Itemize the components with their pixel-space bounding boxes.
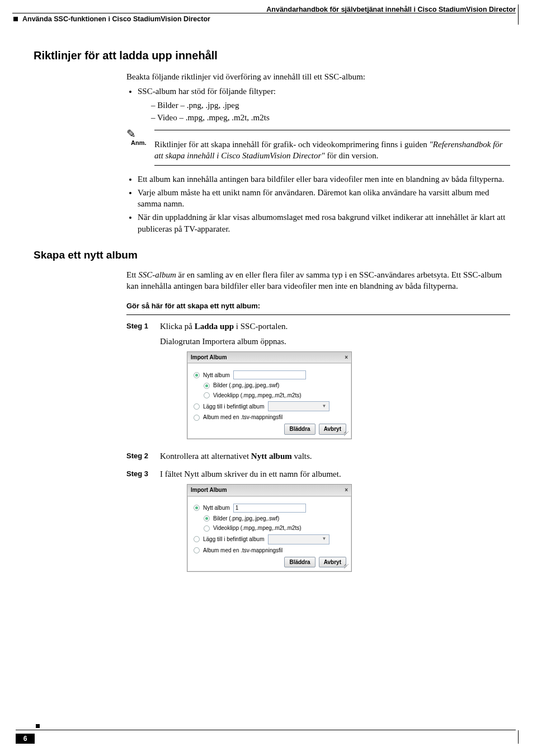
label-images: Bilder (.png,.jpg,.jpeg,.swf) [213, 382, 279, 389]
step-2-label: Steg 2 [126, 450, 160, 465]
dialog-title: Import Album [191, 354, 227, 361]
step-1-line2: Dialogrutan Importera album öppnas. [160, 336, 510, 347]
dialog-title: Import Album [191, 486, 227, 494]
footer-square-icon [36, 724, 40, 728]
album-description: Ett SSC-album är en samling av en eller … [126, 269, 510, 292]
step-3-label: Steg 3 [126, 468, 160, 580]
import-album-dialog-1: Import Album × Nytt album Bilder (.png,.… [187, 351, 352, 439]
radio-images[interactable] [204, 515, 210, 522]
existing-album-combo[interactable]: ▼ [268, 534, 329, 544]
radio-tsv[interactable] [194, 547, 200, 553]
label-existing: Lägg till i befintligt album [203, 403, 265, 411]
step-1-line1: Klicka på Ladda upp i SSC-portalen. [160, 321, 510, 332]
heading-create-album: Skapa ett nytt album [34, 249, 510, 261]
heading-guidelines: Riktlinjer för att ladda upp innehåll [34, 49, 510, 62]
label-new-album: Nytt album [203, 372, 230, 379]
radio-video[interactable] [204, 525, 210, 532]
step-3-text: I fältet Nytt album skriver du in ett na… [160, 468, 510, 480]
step-1: Steg 1 Klicka på Ladda upp i SSC-portale… [126, 321, 510, 447]
bullet-upload-ready: När din uppladdning är klar visas albumo… [138, 212, 510, 234]
chevron-down-icon: ▼ [322, 536, 327, 542]
radio-new-album[interactable] [194, 372, 200, 378]
browse-button[interactable]: Bläddra [284, 424, 315, 435]
note-text: Riktlinjer för att skapa innehåll för gr… [154, 139, 510, 162]
steps-rule [126, 314, 510, 315]
step-3: Steg 3 I fältet Nytt album skriver du in… [126, 468, 510, 580]
label-images: Bilder (.png,.jpg,.jpeg,.swf) [213, 515, 279, 523]
label-video: Videoklipp (.mpg,.mpeg,.m2t,.m2ts) [213, 524, 302, 532]
radio-video[interactable] [204, 392, 210, 398]
cancel-button[interactable]: Avbryt [319, 557, 346, 568]
bullet-filetypes: SSC-album har stöd för följande filtyper… [138, 86, 510, 123]
existing-album-combo[interactable]: ▼ [268, 401, 329, 411]
bullet-square-icon [13, 17, 18, 21]
section-path: Använda SSC-funktionen i Cisco StadiumVi… [22, 15, 210, 23]
subbullet-video: Video – .mpg, .mpeg, .m2t, .m2ts [151, 112, 510, 123]
chevron-down-icon: ▼ [322, 403, 327, 410]
page-number: 6 [16, 734, 35, 744]
label-new-album: Nytt album [203, 504, 230, 512]
import-album-dialog-2: Import Album × Nytt album 1 Bilder (.png… [187, 484, 352, 572]
new-album-input[interactable]: 1 [233, 504, 306, 513]
new-album-input[interactable] [233, 370, 306, 379]
pencil-icon: ✎ [126, 130, 154, 138]
label-tsv: Album med en .tsv-mappningsfil [203, 414, 282, 421]
step-2: Steg 2 Kontrollera att alternativet Nytt… [126, 450, 510, 465]
howto-heading: Gör så här för att skapa ett nytt album: [126, 302, 510, 310]
cancel-button[interactable]: Avbryt [319, 424, 346, 435]
footer-right-divider [518, 730, 519, 744]
bullet-unique-name: Varje album måste ha ett unikt namn för … [138, 187, 510, 210]
radio-tsv[interactable] [194, 415, 200, 421]
radio-new-album[interactable] [194, 505, 200, 511]
browse-button[interactable]: Bläddra [284, 557, 315, 568]
radio-existing[interactable] [194, 403, 200, 410]
subbullet-images: Bilder – .png, .jpg, .jpeg [151, 100, 510, 111]
label-tsv: Album med en .tsv-mappningsfil [203, 547, 282, 555]
doc-header-left: Använda SSC-funktionen i Cisco StadiumVi… [13, 15, 210, 23]
footer-rule [16, 730, 516, 730]
header-right-divider [518, 4, 519, 25]
resize-grip-icon[interactable] [344, 431, 350, 437]
close-icon[interactable]: × [345, 486, 348, 494]
label-existing: Lägg till i befintligt album [203, 536, 265, 543]
radio-images[interactable] [204, 383, 210, 389]
header-rule [12, 13, 516, 13]
note-block: ✎ Anm. Riktlinjer för att skapa innehåll… [126, 130, 510, 166]
radio-existing[interactable] [194, 536, 200, 542]
step-2-text: Kontrollera att alternativet Nytt album … [160, 450, 510, 462]
label-video: Videoklipp (.mpg,.mpeg,.m2t,.m2ts) [213, 392, 302, 400]
intro-text: Beakta följande riktlinjer vid överförin… [126, 71, 510, 82]
doc-header-right: Användarhandbok för självbetjänat innehå… [266, 6, 516, 13]
close-icon[interactable]: × [345, 354, 348, 361]
step-1-label: Steg 1 [126, 321, 160, 447]
bullet-mix: Ett album kan innehålla antingen bara bi… [138, 173, 510, 185]
resize-grip-icon[interactable] [344, 564, 350, 570]
